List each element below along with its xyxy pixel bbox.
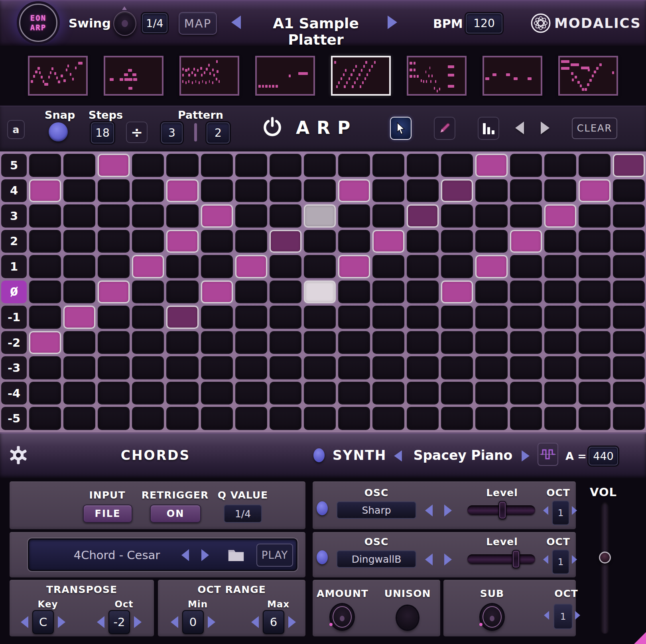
steps-value-box[interactable]: 18	[91, 122, 114, 143]
osc1-led[interactable]	[317, 501, 328, 515]
min-prev-button[interactable]	[171, 616, 178, 628]
grid-cell-r-4-c15[interactable]	[510, 382, 542, 405]
grid-cell-r-3-c10[interactable]	[338, 356, 370, 379]
grid-cell-r-2-c18[interactable]	[613, 331, 645, 354]
grid-cell-r-1-c10[interactable]	[338, 306, 370, 329]
grid-cell-r3-c12-active[interactable]	[407, 204, 439, 228]
grid-cell-r4-c12[interactable]	[407, 179, 439, 202]
grid-cell-r0-c12[interactable]	[407, 281, 439, 304]
grid-cell-r-5-c9[interactable]	[304, 407, 336, 430]
grid-cell-r-1-c1[interactable]	[29, 306, 61, 329]
vol-knob[interactable]	[599, 552, 611, 564]
grid-cell-r-5-c11[interactable]	[372, 407, 404, 430]
grid-cell-r1-c3[interactable]	[98, 255, 130, 278]
grid-cell-r1-c11[interactable]	[372, 255, 404, 278]
grid-cell-r2-c8-active[interactable]	[270, 230, 301, 253]
grid-cell-r-4-c17[interactable]	[579, 382, 611, 405]
grid-cell-r-3-c7[interactable]	[235, 356, 267, 379]
grid-cell-r-3-c9[interactable]	[304, 356, 336, 379]
grid-cell-r-4-c4[interactable]	[132, 382, 164, 405]
grid-cell-r-2-c11[interactable]	[372, 331, 404, 354]
grid-cell-r4-c8[interactable]	[270, 179, 301, 202]
grid-cell-r-2-c13[interactable]	[441, 331, 473, 354]
grid-cell-r-2-c1-active[interactable]	[29, 331, 61, 354]
grid-cell-r2-c3[interactable]	[98, 230, 130, 253]
grid-cell-r2-c2[interactable]	[63, 230, 95, 253]
grid-cell-r4-c4[interactable]	[132, 179, 164, 202]
grid-cell-r4-c16[interactable]	[544, 179, 576, 202]
grid-cell-r0-c6-active[interactable]	[201, 281, 233, 304]
grid-cell-r-1-c8[interactable]	[270, 306, 301, 329]
grid-cell-r-1-c9[interactable]	[304, 306, 336, 329]
grid-cell-r2-c13[interactable]	[441, 230, 473, 253]
grid-cell-r3-c7[interactable]	[235, 204, 267, 228]
grid-cell-r-2-c7[interactable]	[235, 331, 267, 354]
grid-cell-r5-c11[interactable]	[372, 154, 404, 177]
grid-cell-r4-c14[interactable]	[475, 179, 507, 202]
osc1-level-slider[interactable]	[467, 505, 535, 515]
grid-cell-r0-c17[interactable]	[579, 281, 611, 304]
pattern-thumbnail-7[interactable]	[483, 56, 542, 96]
grid-cell-r1-c8[interactable]	[270, 255, 301, 278]
transpose-oct-next-button[interactable]	[134, 616, 142, 628]
key-prev-button[interactable]	[21, 616, 28, 628]
quantize-button[interactable]: a	[7, 120, 25, 139]
grid-cell-r2-c18[interactable]	[613, 230, 645, 253]
chords-tab-label[interactable]: CHORDS	[96, 448, 215, 463]
grid-cell-r3-c16-active[interactable]	[544, 204, 576, 228]
grid-cell-r5-c1[interactable]	[29, 154, 61, 177]
grid-cell-r0-c10[interactable]	[338, 281, 370, 304]
grid-cell-r-5-c13[interactable]	[441, 407, 473, 430]
snap-toggle[interactable]	[49, 122, 68, 141]
grid-cell-r0-c18[interactable]	[613, 281, 645, 304]
bpm-value-box[interactable]: 120	[466, 13, 502, 33]
grid-cell-r-3-c15[interactable]	[510, 356, 542, 379]
grid-cell-r-4-c7[interactable]	[235, 382, 267, 405]
grid-cell-r4-c10-active[interactable]	[338, 179, 370, 202]
grid-cell-r-4-c11[interactable]	[372, 382, 404, 405]
grid-cell-r-2-c8[interactable]	[270, 331, 301, 354]
grid-cell-r4-c7[interactable]	[235, 179, 267, 202]
grid-cell-r-5-c6[interactable]	[201, 407, 233, 430]
grid-cell-r-5-c7[interactable]	[235, 407, 267, 430]
grid-cell-r-4-c8[interactable]	[270, 382, 301, 405]
grid-cell-r-4-c14[interactable]	[475, 382, 507, 405]
grid-cell-r0-c3-active[interactable]	[98, 281, 130, 304]
grid-cell-r1-c4-active[interactable]	[132, 255, 164, 278]
grid-cell-r-3-c2[interactable]	[63, 356, 95, 379]
grid-cell-r-4-c10[interactable]	[338, 382, 370, 405]
pattern-thumbnail-3[interactable]	[179, 56, 239, 96]
grid-cell-r-1-c6[interactable]	[201, 306, 233, 329]
grid-cell-r3-c8[interactable]	[270, 204, 301, 228]
grid-cell-r2-c10[interactable]	[338, 230, 370, 253]
grid-cell-r-5-c3[interactable]	[98, 407, 130, 430]
grid-cell-r4-c17-active[interactable]	[579, 179, 611, 202]
grid-cell-r0-c2[interactable]	[63, 281, 95, 304]
grid-cell-r-4-c9[interactable]	[304, 382, 336, 405]
grid-cell-r5-c7[interactable]	[235, 154, 267, 177]
file-prev-button[interactable]	[181, 549, 189, 561]
divide-button[interactable]: ÷	[126, 122, 148, 143]
max-value-box[interactable]: 6	[263, 610, 284, 634]
grid-cell-r-3-c3[interactable]	[98, 356, 130, 379]
grid-cell-r-4-c5[interactable]	[166, 382, 198, 405]
grid-cell-r-3-c17[interactable]	[579, 356, 611, 379]
grid-cell-r-5-c1[interactable]	[29, 407, 61, 430]
grid-cell-r-2-c9[interactable]	[304, 331, 336, 354]
retrigger-button[interactable]: ON	[150, 505, 201, 523]
grid-cell-r2-c12[interactable]	[407, 230, 439, 253]
grid-cell-r-1-c17[interactable]	[579, 306, 611, 329]
grid-cell-r1-c6[interactable]	[201, 255, 233, 278]
grid-cell-r1-c5[interactable]	[166, 255, 198, 278]
grid-cell-r-1-c13[interactable]	[441, 306, 473, 329]
gear-icon[interactable]	[9, 446, 28, 465]
resize-corner[interactable]	[634, 632, 646, 644]
osc2-wave-box[interactable]: DingwallB	[337, 550, 416, 568]
grid-cell-r1-c18[interactable]	[613, 255, 645, 278]
map-button[interactable]: MAP	[179, 12, 217, 35]
grid-cell-r0-c16[interactable]	[544, 281, 576, 304]
pattern-thumbnail-2[interactable]	[104, 56, 163, 96]
grid-cell-r-4-c3[interactable]	[98, 382, 130, 405]
grid-cell-r-5-c14[interactable]	[475, 407, 507, 430]
grid-cell-r3-c14[interactable]	[475, 204, 507, 228]
